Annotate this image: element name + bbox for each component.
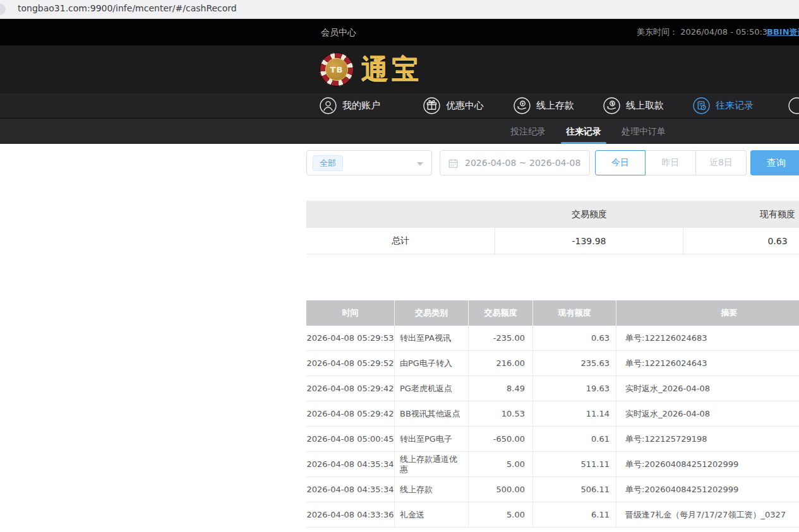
nav-item-promotions[interactable]: 优惠中心 xyxy=(423,93,484,118)
col-header-amount: 交易额度 xyxy=(469,300,533,326)
range-button-yesterday[interactable]: 昨日 xyxy=(646,150,696,175)
table-cell-balance: 11.14 xyxy=(533,401,616,426)
col-header-time: 时间 xyxy=(306,300,395,326)
table-cell-memo: 晋级逢7礼金（每月7/17/27领工资）_0327 xyxy=(616,502,799,527)
summary-header-row: 交易额度 现有额度 xyxy=(306,201,799,228)
date-range-input[interactable]: 2026-04-08 ~ 2026-04-08 xyxy=(440,150,590,175)
table-row: 2026-04-08 05:29:42PG老虎机返点8.4919.63实时返水_… xyxy=(306,376,799,401)
sub-nav: 投注纪录 往来记录 处理中订单 xyxy=(0,119,799,144)
records-table-body: 2026-04-08 05:29:53转出至PA视讯-235.000.63单号:… xyxy=(306,326,799,528)
table-cell-time: 2026-04-08 04:33:36 xyxy=(306,502,395,527)
nav-item-transaction-records[interactable]: 往来记录 xyxy=(693,93,754,118)
table-cell-amount: 216.00 xyxy=(469,351,533,375)
table-cell-time: 2026-04-08 04:35:34 xyxy=(306,477,395,502)
partial-nav-icon xyxy=(788,97,799,114)
quick-range-group: 今日 昨日 近8日 xyxy=(595,150,747,175)
browser-control-icon xyxy=(0,4,6,15)
main-nav: 我的账户 优惠中心 线上存款 线上取款 往来记录 xyxy=(0,93,799,119)
tab-pending-orders[interactable]: 处理中订单 xyxy=(622,119,666,144)
top-bar: 会员中心 美东时间： 2026/04/08 - 05:50:33 BBIN资讯 xyxy=(0,19,799,45)
nav-label: 我的账户 xyxy=(342,93,380,118)
table-row: 2026-04-08 05:29:53转出至PA视讯-235.000.63单号:… xyxy=(306,326,799,351)
range-button-today[interactable]: 今日 xyxy=(595,150,646,175)
table-cell-balance: 506.11 xyxy=(533,477,616,502)
user-icon xyxy=(320,97,337,114)
table-cell-amount: -235.00 xyxy=(469,326,533,350)
brand-logo[interactable]: TB 通宝 xyxy=(320,52,422,86)
table-cell-balance: 19.63 xyxy=(533,376,616,401)
table-cell-type: 由PG电子转入 xyxy=(395,351,469,375)
table-cell-memo: 单号:122126024683 xyxy=(616,326,799,350)
table-cell-type: PG老虎机返点 xyxy=(395,376,469,401)
tab-betting-records[interactable]: 投注纪录 xyxy=(510,119,546,144)
table-row: 2026-04-08 04:33:36礼金送5.006.11晋级逢7礼金（每月7… xyxy=(306,502,799,528)
range-button-last8days[interactable]: 近8日 xyxy=(696,150,747,175)
table-cell-balance: 6.11 xyxy=(533,502,616,527)
table-row: 2026-04-08 05:29:42BB视讯其他返点10.5311.14实时返… xyxy=(306,401,799,427)
table-cell-time: 2026-04-08 04:35:34 xyxy=(306,452,395,476)
table-cell-balance: 235.63 xyxy=(533,351,616,375)
table-cell-type: 转出至PA视讯 xyxy=(395,326,469,350)
table-cell-type: 转出至PG电子 xyxy=(395,427,469,451)
nav-item-my-account[interactable]: 我的账户 xyxy=(320,93,380,118)
nav-label: 线上存款 xyxy=(536,93,574,118)
summary-table: 交易额度 现有额度 总计 -139.98 0.63 xyxy=(306,201,799,254)
nav-label: 优惠中心 xyxy=(446,93,484,118)
nav-item-withdraw[interactable]: 线上取款 xyxy=(603,93,664,118)
bbin-news-link[interactable]: BBIN资讯 xyxy=(767,19,799,45)
table-cell-memo: 实时返水_2026-04-08 xyxy=(616,401,799,426)
summary-header-balance: 现有额度 xyxy=(683,209,799,220)
withdraw-icon xyxy=(603,97,620,114)
selected-type-tag[interactable]: 全部 xyxy=(313,155,343,171)
records-table: 时间 交易类别 交易额度 现有额度 摘要 2026-04-08 05:29:53… xyxy=(306,300,799,528)
chip-initials: TB xyxy=(330,65,344,74)
table-cell-balance: 511.11 xyxy=(533,452,616,476)
page-url[interactable]: tongbao31.com:9900/infe/mcenter/#/cashRe… xyxy=(18,3,237,13)
summary-total-amount: -139.98 xyxy=(495,228,683,254)
col-header-type: 交易类别 xyxy=(395,300,469,326)
table-cell-amount: 8.49 xyxy=(469,376,533,401)
search-button[interactable]: 查询 xyxy=(750,150,799,175)
nav-label: 线上取款 xyxy=(626,93,664,118)
table-cell-amount: 10.53 xyxy=(469,401,533,426)
gift-icon xyxy=(423,97,440,114)
table-cell-type: 线上存款 xyxy=(395,477,469,502)
eastern-time-display: 美东时间： 2026/04/08 - 05:50:33 xyxy=(637,19,772,45)
chevron-down-icon xyxy=(417,162,423,166)
nav-item-partial[interactable] xyxy=(788,93,799,118)
browser-address-bar[interactable]: tongbao31.com:9900/infe/mcenter/#/cashRe… xyxy=(0,0,799,19)
table-row: 2026-04-08 04:35:34线上存款通道优惠5.00511.11单号:… xyxy=(306,452,799,477)
transaction-type-select[interactable]: 全部 xyxy=(306,150,432,175)
col-header-balance: 现有额度 xyxy=(533,300,616,326)
table-row: 2026-04-08 04:35:34线上存款500.00506.11单号:20… xyxy=(306,477,799,502)
summary-header-amount: 交易额度 xyxy=(495,209,683,220)
table-cell-memo: 单号:202604084251202999 xyxy=(616,452,799,476)
table-row: 2026-04-08 05:00:45转出至PG电子-650.000.61单号:… xyxy=(306,427,799,452)
summary-total-row: 总计 -139.98 0.63 xyxy=(306,228,799,254)
table-cell-amount: 5.00 xyxy=(469,502,533,527)
col-header-memo: 摘要 xyxy=(616,300,799,326)
table-row: 2026-04-08 05:29:52由PG电子转入216.00235.63单号… xyxy=(306,351,799,376)
date-range-value: 2026-04-08 ~ 2026-04-08 xyxy=(465,158,580,168)
records-table-header: 时间 交易类别 交易额度 现有额度 摘要 xyxy=(306,300,799,326)
table-cell-type: 礼金送 xyxy=(395,502,469,527)
table-cell-type: 线上存款通道优惠 xyxy=(395,452,469,476)
member-center-link[interactable]: 会员中心 xyxy=(321,19,356,45)
tab-transaction-records[interactable]: 往来记录 xyxy=(566,119,601,144)
table-cell-time: 2026-04-08 05:29:42 xyxy=(306,401,395,426)
table-cell-time: 2026-04-08 05:29:53 xyxy=(306,326,395,350)
casino-chip-icon: TB xyxy=(320,52,354,86)
brand-name: 通宝 xyxy=(361,51,422,88)
table-cell-amount: 5.00 xyxy=(469,452,533,476)
table-cell-memo: 单号:122125729198 xyxy=(616,427,799,451)
site-header: TB 通宝 xyxy=(0,45,799,93)
summary-total-balance: 0.63 xyxy=(683,228,799,254)
table-cell-time: 2026-04-08 05:29:52 xyxy=(306,351,395,375)
table-cell-time: 2026-04-08 05:29:42 xyxy=(306,376,395,401)
summary-total-label: 总计 xyxy=(306,228,495,254)
table-cell-balance: 0.61 xyxy=(533,427,616,451)
records-icon xyxy=(693,97,710,114)
table-cell-memo: 单号:202604084251202999 xyxy=(616,477,799,502)
table-cell-time: 2026-04-08 05:00:45 xyxy=(306,427,395,451)
nav-item-deposit[interactable]: 线上存款 xyxy=(514,93,574,118)
